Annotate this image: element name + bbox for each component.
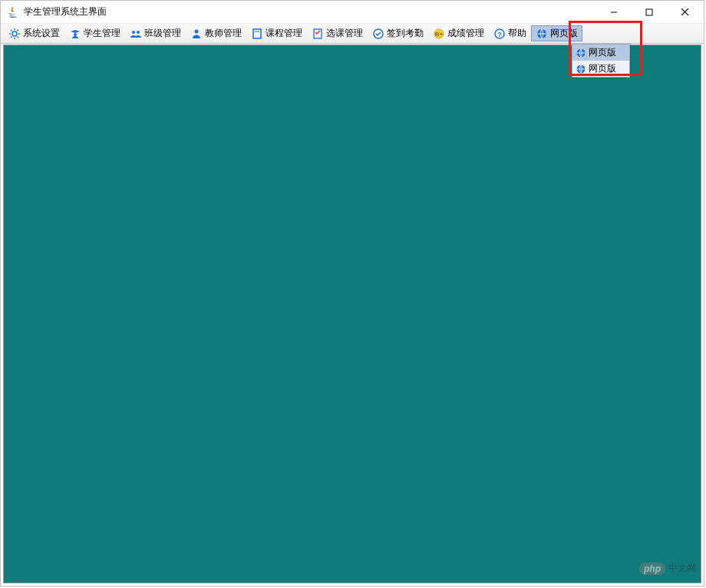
menu-label: 帮助 bbox=[508, 27, 526, 40]
student-icon bbox=[69, 28, 81, 40]
teacher-icon bbox=[190, 28, 203, 40]
question-icon: ? bbox=[493, 28, 506, 40]
dropdown-item-web[interactable]: 网页版 bbox=[572, 45, 629, 61]
menu-web-version[interactable]: 网页版 bbox=[531, 25, 582, 41]
svg-point-0 bbox=[9, 16, 17, 18]
menu-label: 班级管理 bbox=[144, 27, 181, 40]
menu-system-settings[interactable]: 系统设置 bbox=[4, 25, 64, 41]
watermark-text: 中文网 bbox=[668, 562, 696, 575]
dropdown-item-web-2[interactable]: 网页版 bbox=[572, 61, 629, 77]
maximize-button[interactable] bbox=[632, 1, 667, 24]
menubar: 系统设置 学生管理 班级管理 教师管理 课程管理 bbox=[1, 24, 704, 44]
book-icon bbox=[251, 28, 263, 40]
menu-teacher-management[interactable]: 教师管理 bbox=[186, 25, 246, 41]
mdi-content-area bbox=[3, 45, 701, 583]
svg-point-5 bbox=[12, 31, 17, 36]
java-icon bbox=[7, 6, 19, 18]
globe-icon bbox=[576, 64, 586, 74]
svg-rect-10 bbox=[253, 29, 261, 38]
svg-point-9 bbox=[195, 29, 199, 33]
php-logo: php bbox=[639, 563, 665, 575]
menu-attendance[interactable]: 签到考勤 bbox=[368, 25, 428, 41]
clipboard-icon bbox=[312, 28, 324, 40]
menu-grade-management[interactable]: B+ 成绩管理 bbox=[428, 25, 489, 41]
web-version-dropdown: 网页版 网页版 bbox=[572, 44, 630, 78]
group-icon bbox=[130, 28, 142, 40]
menu-label: 网页版 bbox=[550, 27, 578, 40]
globe-icon bbox=[536, 28, 548, 40]
menu-label: 学生管理 bbox=[84, 27, 120, 40]
minimize-button[interactable] bbox=[596, 1, 632, 24]
menu-selection-management[interactable]: 选课管理 bbox=[307, 25, 368, 41]
globe-icon bbox=[576, 48, 586, 58]
badge-icon: B+ bbox=[433, 28, 445, 40]
menu-course-management[interactable]: 课程管理 bbox=[246, 25, 307, 41]
check-circle-icon bbox=[372, 28, 384, 40]
dropdown-label: 网页版 bbox=[589, 46, 616, 59]
gear-icon bbox=[8, 28, 21, 40]
dropdown-label: 网页版 bbox=[589, 62, 616, 75]
menu-label: 签到考勤 bbox=[387, 27, 424, 40]
app-window: 学生管理系统主界面 系统设置 学生管理 bbox=[0, 0, 704, 586]
menu-label: 教师管理 bbox=[205, 27, 242, 40]
window-controls bbox=[596, 1, 702, 23]
menu-label: 课程管理 bbox=[266, 27, 302, 40]
titlebar: 学生管理系统主界面 bbox=[1, 1, 704, 24]
menu-help[interactable]: ? 帮助 bbox=[489, 25, 531, 41]
window-title: 学生管理系统主界面 bbox=[24, 5, 596, 18]
svg-text:?: ? bbox=[497, 30, 502, 38]
menu-label: 成绩管理 bbox=[447, 27, 484, 40]
svg-point-7 bbox=[132, 31, 135, 34]
svg-point-8 bbox=[137, 31, 140, 34]
close-button[interactable] bbox=[667, 1, 702, 24]
menu-label: 系统设置 bbox=[23, 27, 60, 40]
menu-class-management[interactable]: 班级管理 bbox=[125, 25, 186, 41]
svg-point-6 bbox=[74, 33, 77, 36]
menu-label: 选课管理 bbox=[326, 27, 363, 40]
menu-student-management[interactable]: 学生管理 bbox=[64, 25, 125, 41]
svg-rect-2 bbox=[646, 9, 652, 15]
watermark: php 中文网 bbox=[639, 562, 696, 575]
svg-text:B+: B+ bbox=[435, 31, 444, 38]
